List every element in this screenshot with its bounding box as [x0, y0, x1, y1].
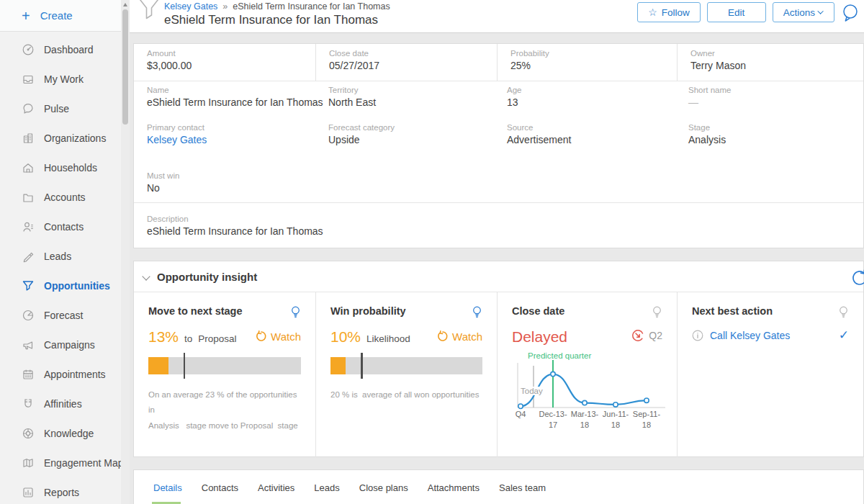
approve-check-icon[interactable]: ✓ — [839, 328, 849, 343]
create-label: Create — [40, 9, 73, 22]
field-description[interactable]: Description eShield Term Insurance for I… — [147, 215, 323, 237]
field-territory[interactable]: Territory North East — [328, 86, 376, 108]
next-best-action-link[interactable]: Call Kelsey Gates — [710, 330, 790, 341]
tab-activities[interactable]: Activities — [256, 470, 296, 504]
lightbulb-icon[interactable] — [290, 305, 301, 319]
insight-card-close-date: Close date Delayed — [498, 292, 678, 457]
tab-details[interactable]: Details — [152, 470, 184, 504]
chat-icon[interactable] — [841, 3, 860, 22]
win-progress-bar — [330, 357, 482, 374]
sidebar-scrollbar[interactable] — [121, 0, 130, 504]
info-icon[interactable] — [692, 330, 703, 341]
field-source[interactable]: Source Advertisement — [507, 123, 571, 145]
record-fields-card: Amount $3,000.00 Close date 05/27/2017 P… — [133, 43, 864, 248]
win-percent: 10% — [330, 328, 361, 346]
chevron-down-icon — [817, 8, 823, 14]
watch-icon — [437, 330, 449, 342]
field-close-date[interactable]: Close date 05/27/2017 — [316, 44, 498, 81]
lightbulb-icon[interactable] — [652, 305, 662, 319]
sidebar-item-households[interactable]: Households — [0, 153, 121, 182]
page-header: Kelsey Gates » eShield Term Insurance fo… — [130, 0, 864, 33]
pulse-icon — [22, 102, 35, 115]
plus-icon: + — [22, 9, 30, 23]
average-marker — [361, 353, 363, 379]
progress-fill — [330, 357, 346, 374]
sidebar-item-appointments[interactable]: Appointments — [0, 359, 121, 389]
appointments-icon — [22, 368, 35, 381]
opportunities-icon — [22, 279, 35, 292]
affinities-icon — [22, 397, 35, 410]
sidebar-item-knowledge[interactable]: Knowledge — [0, 418, 121, 448]
progress-fill — [148, 357, 168, 374]
tab-leads[interactable]: Leads — [312, 470, 341, 504]
sidebar-item-leads[interactable]: Leads — [0, 241, 121, 271]
predicted-quarter-value: Q2 — [649, 330, 662, 341]
tab-attachments[interactable]: Attachments — [426, 470, 481, 504]
sidebar-item-pulse[interactable]: Pulse — [0, 94, 121, 123]
insight-card-win-probability: Win probability 10% Likelihood — [316, 292, 498, 457]
card-title: Move to next stage — [148, 305, 243, 317]
sidebar-item-reports[interactable]: Reports — [0, 477, 121, 504]
field-stage[interactable]: Stage Analysis — [688, 123, 726, 145]
field-primary-contact[interactable]: Primary contact Kelsey Gates — [147, 123, 207, 145]
scrollbar-thumb[interactable] — [122, 9, 128, 125]
scrollbar-up-arrow-icon[interactable] — [121, 1, 130, 9]
average-marker — [184, 353, 186, 379]
key-fields-row: Amount $3,000.00 Close date 05/27/2017 P… — [134, 44, 863, 81]
opportunity-insight-panel: Opportunity insight Move to next stage — [133, 261, 864, 457]
collapse-chevron-icon[interactable] — [142, 272, 150, 280]
field-forecast-category[interactable]: Forecast category Upside — [328, 123, 395, 145]
sidebar: + Create Dashboard My Work Pulse Organiz… — [0, 0, 121, 504]
field-short-name[interactable]: Short name — — [688, 86, 731, 108]
tab-contacts[interactable]: Contacts — [200, 470, 240, 504]
tab-close-plans[interactable]: Close plans — [358, 470, 410, 504]
opportunity-funnel-icon — [135, 0, 163, 22]
watch-button[interactable]: Watch — [256, 330, 301, 343]
primary-contact-link[interactable]: Kelsey Gates — [147, 134, 207, 145]
card-title: Close date — [512, 305, 564, 317]
campaigns-icon — [22, 338, 35, 351]
refresh-icon[interactable] — [850, 269, 864, 287]
sidebar-item-forecast[interactable]: Forecast — [0, 300, 121, 330]
sidebar-item-contacts[interactable]: Contacts — [0, 212, 121, 241]
field-amount[interactable]: Amount $3,000.00 — [134, 44, 316, 81]
target-stage: Proposal — [198, 333, 236, 344]
sidebar-item-my-work[interactable]: My Work — [0, 64, 121, 94]
today-label: Today — [518, 387, 545, 395]
field-probability[interactable]: Probability 25% — [498, 44, 678, 81]
accounts-icon — [22, 191, 35, 204]
sidebar-item-engagement-map[interactable]: Engagement Map — [0, 448, 121, 477]
breadcrumb-link[interactable]: Kelsey Gates — [164, 1, 217, 12]
actions-button[interactable]: Actions — [773, 2, 834, 22]
win-caption: 20 % is average of all won opportunities — [330, 387, 482, 402]
stage-move-percent: 13% — [148, 328, 179, 346]
sidebar-item-dashboard[interactable]: Dashboard — [0, 35, 121, 64]
app-window: + Create Dashboard My Work Pulse Organiz… — [0, 0, 864, 504]
field-name[interactable]: Name eShield Term Insurance for Ian Thom… — [147, 86, 323, 108]
insight-card-move-to-next-stage: Move to next stage 13% to Proposal — [134, 292, 316, 457]
card-title: Win probability — [330, 305, 406, 317]
follow-button[interactable]: ☆ Follow — [637, 2, 701, 22]
lightbulb-icon[interactable] — [472, 305, 482, 319]
sidebar-item-affinities[interactable]: Affinities — [0, 389, 121, 418]
create-button[interactable]: + Create — [0, 0, 121, 32]
delayed-icon — [631, 329, 644, 342]
close-date-chart: Predicted quarter Today Q4Dec-13-17Mar-1… — [512, 348, 662, 456]
field-owner[interactable]: Owner Terry Mason — [678, 44, 863, 81]
insight-header: Opportunity insight — [134, 261, 863, 292]
insight-card-next-best-action: Next best action Call Kelsey Gates ✓ — [678, 292, 863, 457]
sidebar-item-campaigns[interactable]: Campaigns — [0, 330, 121, 359]
leads-icon — [22, 250, 35, 263]
field-age[interactable]: Age 13 — [507, 86, 521, 108]
sidebar-item-accounts[interactable]: Accounts — [0, 182, 121, 212]
stage-caption: On an average 23 % of the opportunities … — [148, 387, 301, 433]
sidebar-item-opportunities[interactable]: Opportunities — [0, 271, 121, 300]
knowledge-icon — [22, 427, 35, 440]
tab-sales-team[interactable]: Sales team — [498, 470, 547, 504]
lightbulb-icon[interactable] — [838, 305, 849, 319]
edit-button[interactable]: Edit — [707, 2, 766, 22]
section-divider — [134, 202, 863, 203]
watch-button[interactable]: Watch — [437, 330, 482, 343]
field-must-win[interactable]: Must win No — [147, 171, 179, 194]
sidebar-item-organizations[interactable]: Organizations — [0, 123, 121, 153]
